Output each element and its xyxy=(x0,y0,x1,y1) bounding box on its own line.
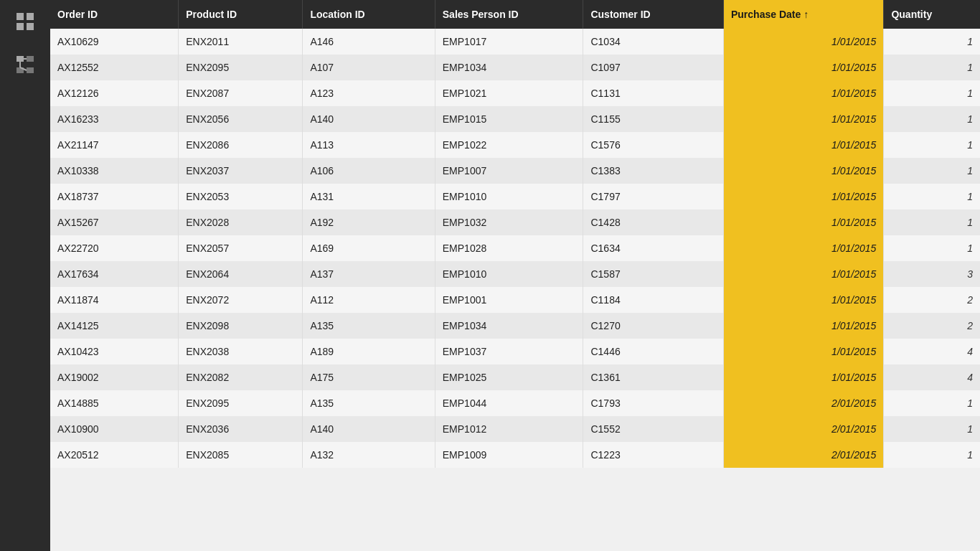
table-row[interactable]: AX14885ENX2095A135EMP1044C17932/01/20151 xyxy=(50,390,980,416)
col-header-order_id[interactable]: Order ID xyxy=(50,0,179,29)
table-row[interactable]: AX18737ENX2053A131EMP1010C17971/01/20151 xyxy=(50,184,980,209)
cell-product_id: ENX2095 xyxy=(179,390,303,416)
svg-rect-2 xyxy=(17,23,24,30)
table-row[interactable]: AX12552ENX2095A107EMP1034C10971/01/20151 xyxy=(50,55,980,80)
cell-location_id: A189 xyxy=(303,339,435,364)
cell-sales_person_id: EMP1025 xyxy=(435,364,583,390)
cell-customer_id: C1097 xyxy=(583,55,724,80)
cell-purchase_date: 1/01/2015 xyxy=(723,106,883,132)
col-header-quantity[interactable]: Quantity xyxy=(884,0,980,29)
cell-sales_person_id: EMP1017 xyxy=(435,29,583,55)
cell-purchase_date: 1/01/2015 xyxy=(723,235,883,261)
cell-product_id: ENX2064 xyxy=(179,261,303,287)
cell-product_id: ENX2082 xyxy=(179,364,303,390)
table-row[interactable]: AX14125ENX2098A135EMP1034C12701/01/20152 xyxy=(50,313,980,339)
cell-quantity: 2 xyxy=(884,287,980,313)
cell-product_id: ENX2087 xyxy=(179,80,303,106)
cell-order_id: AX20512 xyxy=(50,442,179,468)
table-row[interactable]: AX22720ENX2057A169EMP1028C16341/01/20151 xyxy=(50,235,980,261)
cell-quantity: 1 xyxy=(884,184,980,209)
svg-rect-5 xyxy=(27,56,34,62)
svg-rect-3 xyxy=(27,23,34,30)
cell-location_id: A107 xyxy=(303,55,435,80)
cell-quantity: 1 xyxy=(884,29,980,55)
table-row[interactable]: AX19002ENX2082A175EMP1025C13611/01/20154 xyxy=(50,364,980,390)
cell-product_id: ENX2038 xyxy=(179,339,303,364)
cell-quantity: 1 xyxy=(884,390,980,416)
cell-location_id: A137 xyxy=(303,261,435,287)
cell-sales_person_id: EMP1010 xyxy=(435,261,583,287)
cell-location_id: A132 xyxy=(303,442,435,468)
cell-product_id: ENX2072 xyxy=(179,287,303,313)
cell-order_id: AX10423 xyxy=(50,339,179,364)
cell-location_id: A140 xyxy=(303,416,435,442)
cell-order_id: AX14125 xyxy=(50,313,179,339)
cell-sales_person_id: EMP1044 xyxy=(435,390,583,416)
cell-quantity: 2 xyxy=(884,313,980,339)
cell-location_id: A113 xyxy=(303,132,435,158)
cell-purchase_date: 1/01/2015 xyxy=(723,364,883,390)
cell-customer_id: C1184 xyxy=(583,287,724,313)
cell-order_id: AX21147 xyxy=(50,132,179,158)
table-row[interactable]: AX10629ENX2011A146EMP1017C10341/01/20151 xyxy=(50,29,980,55)
cell-sales_person_id: EMP1028 xyxy=(435,235,583,261)
cell-customer_id: C1576 xyxy=(583,132,724,158)
cell-sales_person_id: EMP1009 xyxy=(435,442,583,468)
cell-product_id: ENX2056 xyxy=(179,106,303,132)
cell-sales_person_id: EMP1034 xyxy=(435,55,583,80)
cell-customer_id: C1155 xyxy=(583,106,724,132)
table-row[interactable]: AX11874ENX2072A112EMP1001C11841/01/20152 xyxy=(50,287,980,313)
table-row[interactable]: AX21147ENX2086A113EMP1022C15761/01/20151 xyxy=(50,132,980,158)
cell-quantity: 1 xyxy=(884,80,980,106)
cell-location_id: A106 xyxy=(303,158,435,184)
table-row[interactable]: AX10338ENX2037A106EMP1007C13831/01/20151 xyxy=(50,158,980,184)
cell-purchase_date: 1/01/2015 xyxy=(723,29,883,55)
col-header-customer_id[interactable]: Customer ID xyxy=(583,0,724,29)
cell-product_id: ENX2095 xyxy=(179,55,303,80)
cell-sales_person_id: EMP1010 xyxy=(435,184,583,209)
sidebar xyxy=(0,0,50,551)
cell-product_id: ENX2011 xyxy=(179,29,303,55)
cell-order_id: AX10338 xyxy=(50,158,179,184)
svg-rect-0 xyxy=(17,13,24,20)
cell-sales_person_id: EMP1007 xyxy=(435,158,583,184)
cell-product_id: ENX2057 xyxy=(179,235,303,261)
table-row[interactable]: AX12126ENX2087A123EMP1021C11311/01/20151 xyxy=(50,80,980,106)
table-row[interactable]: AX10900ENX2036A140EMP1012C15522/01/20151 xyxy=(50,416,980,442)
cell-product_id: ENX2028 xyxy=(179,209,303,235)
cell-purchase_date: 1/01/2015 xyxy=(723,339,883,364)
cell-location_id: A192 xyxy=(303,209,435,235)
cell-order_id: AX12126 xyxy=(50,80,179,106)
cell-purchase_date: 1/01/2015 xyxy=(723,158,883,184)
cell-location_id: A112 xyxy=(303,287,435,313)
col-header-purchase_date[interactable]: Purchase Date ↑ xyxy=(723,0,883,29)
col-header-location_id[interactable]: Location ID xyxy=(303,0,435,29)
cell-purchase_date: 1/01/2015 xyxy=(723,313,883,339)
cell-sales_person_id: EMP1034 xyxy=(435,313,583,339)
cell-location_id: A135 xyxy=(303,313,435,339)
sort-arrow-icon: ↑ xyxy=(804,9,809,20)
table-row[interactable]: AX16233ENX2056A140EMP1015C11551/01/20151 xyxy=(50,106,980,132)
cell-quantity: 1 xyxy=(884,132,980,158)
cell-purchase_date: 1/01/2015 xyxy=(723,184,883,209)
table-row[interactable]: AX15267ENX2028A192EMP1032C14281/01/20151 xyxy=(50,209,980,235)
tree-view-icon[interactable] xyxy=(11,50,39,79)
table-row[interactable]: AX10423ENX2038A189EMP1037C14461/01/20154 xyxy=(50,339,980,364)
cell-product_id: ENX2085 xyxy=(179,442,303,468)
cell-purchase_date: 1/01/2015 xyxy=(723,209,883,235)
cell-quantity: 4 xyxy=(884,364,980,390)
grid-view-icon[interactable] xyxy=(11,7,39,36)
cell-customer_id: C1587 xyxy=(583,261,724,287)
cell-purchase_date: 2/01/2015 xyxy=(723,416,883,442)
cell-sales_person_id: EMP1001 xyxy=(435,287,583,313)
cell-quantity: 1 xyxy=(884,235,980,261)
table-row[interactable]: AX17634ENX2064A137EMP1010C15871/01/20153 xyxy=(50,261,980,287)
cell-sales_person_id: EMP1022 xyxy=(435,132,583,158)
cell-quantity: 1 xyxy=(884,106,980,132)
cell-customer_id: C1797 xyxy=(583,184,724,209)
table-row[interactable]: AX20512ENX2085A132EMP1009C12232/01/20151 xyxy=(50,442,980,468)
col-header-product_id[interactable]: Product ID xyxy=(179,0,303,29)
cell-location_id: A146 xyxy=(303,29,435,55)
col-header-sales_person_id[interactable]: Sales Person ID xyxy=(435,0,583,29)
cell-sales_person_id: EMP1037 xyxy=(435,339,583,364)
